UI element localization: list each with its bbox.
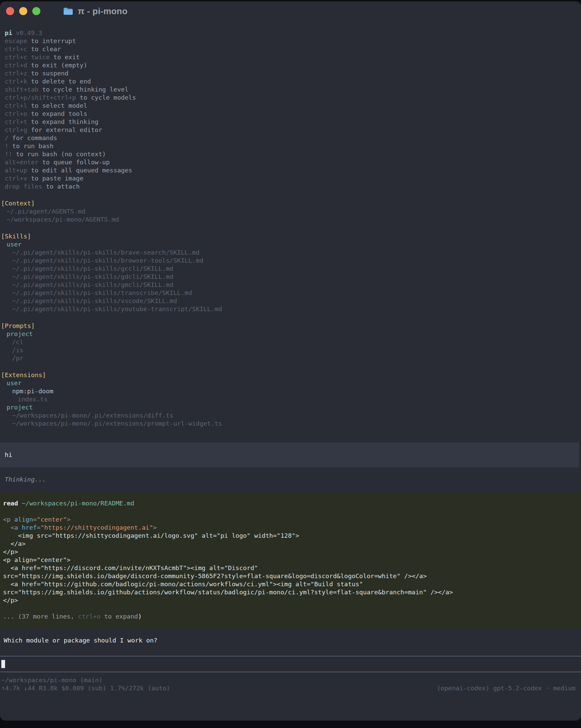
assistant-message: Which module or package should I work on… [0, 636, 581, 645]
prompt-input[interactable] [0, 656, 581, 672]
traffic-light-close-button[interactable] [6, 7, 14, 15]
shortcut-line: ctrl+t to expand thinking [5, 118, 581, 126]
app-version-line: pi v0.49.3 [5, 29, 581, 37]
titlebar: π - pi-mono [0, 1, 581, 21]
status-cwd-branch: ~/workspaces/pi-mono (main) [1, 676, 576, 684]
truncation-notice: ... (37 more lines, ctrl+o to expand) [3, 613, 581, 621]
section-header: [Extensions] [0, 371, 581, 379]
shortcut-line: escape to interrupt [5, 37, 581, 45]
section-item: ~/.pi/agent/skills/pi-skills/gmcli/SKILL… [0, 281, 581, 289]
code-line: src="https://img.shields.io/badge/discor… [3, 572, 581, 580]
shortcut-line: alt+enter to queue follow-up [5, 158, 581, 166]
shortcut-line: ctrl+v to paste image [5, 175, 581, 182]
code-line: src="https://img.shields.io/github/actio… [3, 588, 581, 596]
context-sections: [Context]~/.pi/agent/AGENTS.md~/workspac… [0, 199, 581, 427]
traffic-light-zoom-button[interactable] [32, 7, 41, 15]
section-item: /cl [0, 338, 581, 346]
code-line: <a href="https://github.com/badlogic/pi-… [3, 580, 581, 588]
code-line: <p align="center"> [3, 556, 581, 564]
section-item: ~/workspaces/pi-mono/.pi/extensions/diff… [0, 412, 581, 420]
section-item: ~/.pi/agent/skills/pi-skills/transcribe/… [0, 289, 581, 297]
section-item: /is [0, 346, 581, 354]
tool-call-read: read ~/workspaces/pi-mono/README.md <p a… [0, 492, 581, 628]
section-item: ~/.pi/agent/skills/pi-skills/gccli/SKILL… [0, 265, 581, 273]
section-item: ~/workspaces/pi-mono/.pi/extensions/prom… [0, 420, 581, 427]
section-item: ~/.pi/agent/skills/pi-skills/vscode/SKIL… [0, 297, 581, 305]
terminal-content: pi v0.49.3escape to interruptctrl+c to c… [0, 21, 581, 692]
section-item: ~/.pi/agent/skills/pi-skills/gdcli/SKILL… [0, 273, 581, 281]
status-bar: ~/workspaces/pi-mono (main) ↑4.7k ↓44 R3… [0, 672, 581, 692]
code-line: </p> [3, 596, 581, 604]
user-message-text: hi [5, 451, 12, 458]
terminal-window: π - pi-mono pi v0.49.3escape to interrup… [0, 1, 581, 721]
section-item: npm:pi-doom [0, 387, 581, 395]
shortcut-line: ctrl+d to exit (empty) [5, 61, 581, 69]
code-line: <img src="https://shittycodingagent.ai/l… [3, 532, 581, 540]
assistant-message-text: Which module or package should I work on… [4, 637, 158, 644]
tool-output-code: <p align="center"> <a href="https://shit… [3, 516, 581, 604]
shortcut-line: ctrl+p/shift+ctrl+p to cycle models [5, 94, 581, 102]
section-extensions: [Extensions]usernpm:pi-doomindex.tsproje… [0, 371, 581, 427]
shortcut-line: / for commands [5, 134, 581, 142]
code-line: </p> [3, 548, 581, 556]
window-title: π - pi-mono [78, 7, 128, 15]
shortcut-line: drop files to attach [5, 182, 581, 190]
shortcut-line: shift+tab to cycle thinking level [5, 85, 581, 94]
user-message: hi [0, 442, 579, 467]
section-item: user [0, 240, 581, 249]
tool-arg-path: ~/workspaces/pi-mono/README.md [22, 500, 134, 507]
section-header: [Skills] [0, 232, 581, 240]
section-item: index.ts [0, 395, 581, 404]
code-line: <a href="https://discord.com/invite/nKXT… [3, 564, 581, 572]
section-item: ~/.pi/agent/skills/pi-skills/brave-searc… [0, 249, 581, 257]
code-line: </a> [3, 540, 581, 548]
section-item: ~/.pi/agent/skills/pi-skills/browser-too… [0, 257, 581, 265]
traffic-light-minimize-button[interactable] [19, 7, 27, 15]
section-item: ~/workspaces/pi-mono/AGENTS.md [0, 215, 581, 224]
shortcut-line: ctrl+z to suspend [5, 69, 581, 77]
section-skills: [Skills]user~/.pi/agent/skills/pi-skills… [0, 232, 581, 313]
thinking-indicator: Thinking... [0, 475, 581, 484]
shortcut-line: ctrl+g for external editor [5, 126, 581, 134]
tool-name: read [3, 500, 18, 507]
section-item: project [0, 404, 581, 412]
folder-icon [63, 7, 73, 16]
section-prompts: [Prompts]project/cl/is/pr [0, 322, 581, 362]
section-context: [Context]~/.pi/agent/AGENTS.md~/workspac… [0, 199, 581, 224]
thinking-text: Thinking... [5, 476, 46, 483]
section-header: [Prompts] [0, 322, 581, 330]
section-item: /pr [0, 354, 581, 362]
code-line: <p align="center"> [3, 516, 581, 524]
shortcut-line: ctrl+k to delete to end [5, 77, 581, 85]
section-item: ~/.pi/agent/AGENTS.md [0, 207, 581, 215]
shortcut-line: ! to run bash [5, 142, 581, 150]
startup-banner: pi v0.49.3escape to interruptctrl+c to c… [0, 29, 581, 190]
shortcut-line: ctrl+l to select model [5, 102, 581, 110]
section-header: [Context] [0, 199, 581, 207]
shortcut-line: !! to run bash (no context) [5, 150, 581, 158]
section-item: user [0, 379, 581, 387]
shortcut-line: ctrl+c to clear [5, 45, 581, 53]
status-provider-model: (openai-codex) gpt-5.2-codex · medium [437, 684, 576, 692]
shortcut-line: alt+up to edit all queued messages [5, 166, 581, 175]
section-item: project [0, 330, 581, 338]
status-token-stats: ↑4.7k ↓44 R3.8k $0.009 (sub) 1.7%/272k (… [1, 684, 170, 692]
shortcut-line: ctrl+o to expand tools [5, 110, 581, 118]
text-cursor [1, 660, 5, 668]
shortcut-line: ctrl+c twice to exit [5, 53, 581, 61]
code-line: <a href="https://shittycodingagent.ai"> [3, 524, 581, 532]
section-item: ~/.pi/agent/skills/pi-skills/youtube-tra… [0, 305, 581, 313]
